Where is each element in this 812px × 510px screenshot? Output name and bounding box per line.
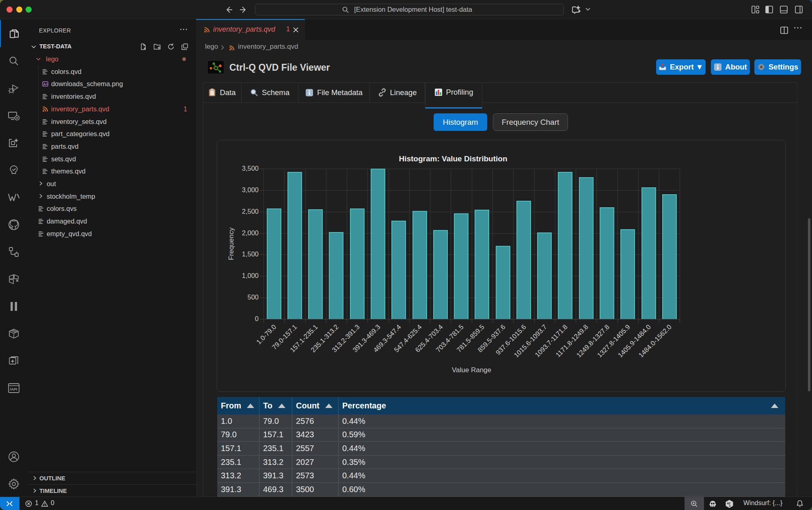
svg-text:c: c [729,504,731,508]
svg-text:/API: /API [10,387,17,391]
